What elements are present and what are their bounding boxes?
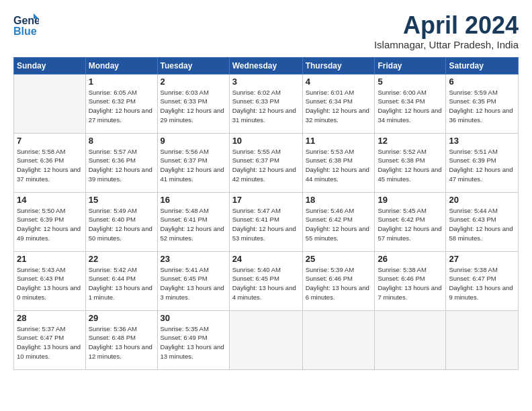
logo: General Blue [13, 12, 39, 39]
calendar-cell: 12Sunrise: 5:52 AM Sunset: 6:38 PM Dayli… [375, 133, 446, 192]
day-number: 19 [378, 195, 443, 205]
day-number: 27 [449, 254, 515, 264]
svg-text:Blue: Blue [13, 26, 37, 37]
day-info: Sunrise: 5:36 AM Sunset: 6:48 PM Dayligh… [89, 324, 154, 361]
day-number: 20 [449, 195, 515, 205]
day-info: Sunrise: 5:57 AM Sunset: 6:36 PM Dayligh… [89, 147, 154, 184]
calendar-cell: 23Sunrise: 5:41 AM Sunset: 6:45 PM Dayli… [157, 251, 229, 310]
calendar-cell: 3Sunrise: 6:02 AM Sunset: 6:33 PM Daylig… [229, 74, 302, 133]
day-number: 11 [306, 136, 372, 146]
page: General Blue April 2024 Islamnagar, Utta… [0, 0, 532, 411]
calendar-cell: 10Sunrise: 5:55 AM Sunset: 6:37 PM Dayli… [229, 133, 302, 192]
calendar-cell: 17Sunrise: 5:47 AM Sunset: 6:41 PM Dayli… [229, 192, 302, 251]
calendar-cell: 25Sunrise: 5:39 AM Sunset: 6:46 PM Dayli… [302, 251, 375, 310]
calendar-cell: 13Sunrise: 5:51 AM Sunset: 6:39 PM Dayli… [446, 133, 519, 192]
day-number: 23 [161, 254, 226, 264]
logo-icon: General Blue [13, 12, 39, 39]
weekday-header-sunday: Sunday [14, 57, 86, 74]
day-info: Sunrise: 5:59 AM Sunset: 6:35 PM Dayligh… [449, 88, 515, 125]
calendar-cell: 24Sunrise: 5:40 AM Sunset: 6:45 PM Dayli… [229, 251, 302, 310]
day-info: Sunrise: 5:45 AM Sunset: 6:42 PM Dayligh… [378, 206, 443, 243]
weekday-header-saturday: Saturday [446, 57, 519, 74]
calendar-cell: 16Sunrise: 5:48 AM Sunset: 6:41 PM Dayli… [157, 192, 229, 251]
day-info: Sunrise: 5:37 AM Sunset: 6:47 PM Dayligh… [17, 324, 83, 361]
day-info: Sunrise: 5:49 AM Sunset: 6:40 PM Dayligh… [89, 206, 154, 243]
day-number: 18 [306, 195, 372, 205]
day-number: 22 [89, 254, 154, 264]
day-info: Sunrise: 5:50 AM Sunset: 6:39 PM Dayligh… [17, 206, 83, 243]
day-info: Sunrise: 5:44 AM Sunset: 6:43 PM Dayligh… [449, 206, 515, 243]
calendar-cell [302, 310, 375, 369]
day-number: 9 [161, 136, 226, 146]
calendar-cell: 19Sunrise: 5:45 AM Sunset: 6:42 PM Dayli… [375, 192, 446, 251]
calendar-cell: 22Sunrise: 5:42 AM Sunset: 6:44 PM Dayli… [85, 251, 157, 310]
day-info: Sunrise: 5:48 AM Sunset: 6:41 PM Dayligh… [161, 206, 226, 243]
day-number: 30 [161, 313, 226, 323]
calendar-cell: 11Sunrise: 5:53 AM Sunset: 6:38 PM Dayli… [302, 133, 375, 192]
day-info: Sunrise: 6:01 AM Sunset: 6:34 PM Dayligh… [306, 88, 372, 125]
day-number: 8 [89, 136, 154, 146]
day-number: 17 [232, 195, 300, 205]
day-info: Sunrise: 5:35 AM Sunset: 6:49 PM Dayligh… [161, 324, 226, 361]
calendar-cell: 30Sunrise: 5:35 AM Sunset: 6:49 PM Dayli… [157, 310, 229, 369]
day-number: 10 [232, 136, 300, 146]
day-number: 2 [161, 77, 226, 87]
day-number: 15 [89, 195, 154, 205]
day-info: Sunrise: 5:38 AM Sunset: 6:47 PM Dayligh… [449, 265, 515, 302]
calendar-cell [446, 310, 519, 369]
day-info: Sunrise: 5:56 AM Sunset: 6:37 PM Dayligh… [161, 147, 226, 184]
day-number: 12 [378, 136, 443, 146]
day-number: 25 [306, 254, 372, 264]
calendar-cell: 20Sunrise: 5:44 AM Sunset: 6:43 PM Dayli… [446, 192, 519, 251]
day-number: 21 [17, 254, 83, 264]
calendar-cell: 14Sunrise: 5:50 AM Sunset: 6:39 PM Dayli… [14, 192, 86, 251]
calendar-cell [14, 74, 86, 133]
day-info: Sunrise: 5:39 AM Sunset: 6:46 PM Dayligh… [306, 265, 372, 302]
calendar-cell: 2Sunrise: 6:03 AM Sunset: 6:33 PM Daylig… [157, 74, 229, 133]
day-info: Sunrise: 6:02 AM Sunset: 6:33 PM Dayligh… [232, 88, 300, 125]
calendar-cell: 29Sunrise: 5:36 AM Sunset: 6:48 PM Dayli… [85, 310, 157, 369]
day-info: Sunrise: 6:00 AM Sunset: 6:34 PM Dayligh… [378, 88, 443, 125]
day-info: Sunrise: 5:40 AM Sunset: 6:45 PM Dayligh… [232, 265, 300, 302]
day-info: Sunrise: 5:55 AM Sunset: 6:37 PM Dayligh… [232, 147, 300, 184]
day-number: 16 [161, 195, 226, 205]
day-info: Sunrise: 5:47 AM Sunset: 6:41 PM Dayligh… [232, 206, 300, 243]
header: General Blue April 2024 Islamnagar, Utta… [13, 12, 519, 50]
day-number: 24 [232, 254, 300, 264]
weekday-header-friday: Friday [375, 57, 446, 74]
calendar-cell: 28Sunrise: 5:37 AM Sunset: 6:47 PM Dayli… [14, 310, 86, 369]
calendar-cell: 4Sunrise: 6:01 AM Sunset: 6:34 PM Daylig… [302, 74, 375, 133]
calendar-cell: 26Sunrise: 5:38 AM Sunset: 6:46 PM Dayli… [375, 251, 446, 310]
calendar-cell [229, 310, 302, 369]
weekday-header-tuesday: Tuesday [157, 57, 229, 74]
day-number: 1 [89, 77, 154, 87]
day-number: 5 [378, 77, 443, 87]
calendar-cell: 8Sunrise: 5:57 AM Sunset: 6:36 PM Daylig… [85, 133, 157, 192]
day-info: Sunrise: 5:41 AM Sunset: 6:45 PM Dayligh… [161, 265, 226, 302]
day-info: Sunrise: 5:58 AM Sunset: 6:36 PM Dayligh… [17, 147, 83, 184]
calendar-cell: 27Sunrise: 5:38 AM Sunset: 6:47 PM Dayli… [446, 251, 519, 310]
day-number: 14 [17, 195, 83, 205]
calendar-cell: 5Sunrise: 6:00 AM Sunset: 6:34 PM Daylig… [375, 74, 446, 133]
title-block: April 2024 Islamnagar, Uttar Pradesh, In… [374, 12, 519, 50]
day-info: Sunrise: 5:51 AM Sunset: 6:39 PM Dayligh… [449, 147, 515, 184]
day-number: 26 [378, 254, 443, 264]
day-info: Sunrise: 5:46 AM Sunset: 6:42 PM Dayligh… [306, 206, 372, 243]
weekday-header-monday: Monday [85, 57, 157, 74]
location-subtitle: Islamnagar, Uttar Pradesh, India [374, 39, 519, 50]
day-number: 6 [449, 77, 515, 87]
day-number: 7 [17, 136, 83, 146]
calendar-cell: 15Sunrise: 5:49 AM Sunset: 6:40 PM Dayli… [85, 192, 157, 251]
day-info: Sunrise: 5:42 AM Sunset: 6:44 PM Dayligh… [89, 265, 154, 302]
calendar-table: SundayMondayTuesdayWednesdayThursdayFrid… [13, 57, 519, 370]
day-number: 3 [232, 77, 300, 87]
weekday-header-thursday: Thursday [302, 57, 375, 74]
day-number: 4 [306, 77, 372, 87]
month-title: April 2024 [374, 12, 519, 39]
day-info: Sunrise: 6:03 AM Sunset: 6:33 PM Dayligh… [161, 88, 226, 125]
calendar-cell: 1Sunrise: 6:05 AM Sunset: 6:32 PM Daylig… [85, 74, 157, 133]
day-number: 28 [17, 313, 83, 323]
day-info: Sunrise: 5:43 AM Sunset: 6:43 PM Dayligh… [17, 265, 83, 302]
day-number: 13 [449, 136, 515, 146]
calendar-cell: 21Sunrise: 5:43 AM Sunset: 6:43 PM Dayli… [14, 251, 86, 310]
